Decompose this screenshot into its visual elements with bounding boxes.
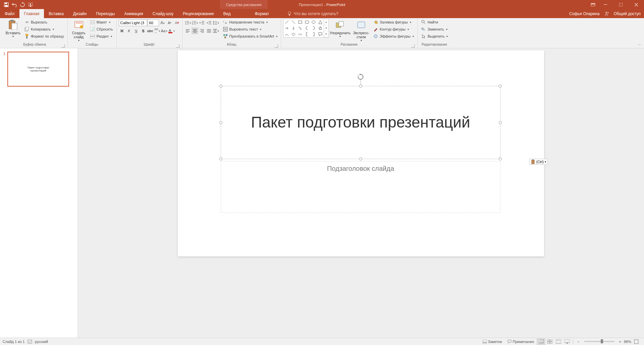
new-slide-button[interactable]: Создать слайд▾ <box>70 19 88 42</box>
shape-bracket-l-icon[interactable] <box>304 31 310 37</box>
tab-design[interactable]: Дизайн <box>68 9 91 18</box>
shape-callout-icon[interactable] <box>317 31 324 37</box>
tell-me-search[interactable]: Что вы хотите сделать? <box>287 9 338 18</box>
shape-curve2-icon[interactable] <box>290 31 297 37</box>
underline-icon[interactable]: Ч <box>133 28 140 34</box>
redo-icon[interactable] <box>19 1 26 8</box>
titlebar: Презентация1 - PowerPoint Средства рисов… <box>0 0 644 9</box>
shape-arrow-d-icon[interactable] <box>290 25 297 31</box>
svg-rect-13 <box>10 20 14 21</box>
shape-arrow-r-icon[interactable] <box>283 25 290 31</box>
clipboard-launcher[interactable] <box>61 44 65 48</box>
increase-indent-icon[interactable] <box>206 19 212 26</box>
replace-button[interactable]: abЗаменить▾ <box>420 26 449 33</box>
maximize-button[interactable] <box>613 0 629 9</box>
tab-transitions[interactable]: Переходы <box>91 9 119 18</box>
line-spacing-icon[interactable] <box>213 19 219 26</box>
svg-rect-14 <box>12 23 17 30</box>
tab-file[interactable]: Файл <box>0 9 19 18</box>
qat-customize-icon[interactable] <box>35 1 42 8</box>
shape-bracket-r-icon[interactable] <box>310 31 317 37</box>
font-color-icon[interactable]: A <box>168 28 175 34</box>
paragraph-launcher[interactable] <box>275 44 278 48</box>
section-button[interactable]: Раздел▾ <box>89 33 114 40</box>
shape-line2-icon[interactable] <box>290 19 297 25</box>
layout-button[interactable]: Макет▾ <box>89 19 114 26</box>
shape-curve-icon[interactable] <box>283 31 290 37</box>
save-icon[interactable] <box>3 1 10 8</box>
find-button[interactable]: Найти <box>420 19 449 26</box>
shape-outline-button[interactable]: Контур фигуры▾ <box>372 26 415 33</box>
shape-brace-l-icon[interactable] <box>304 25 310 31</box>
decrease-indent-icon[interactable] <box>199 19 205 26</box>
undo-icon[interactable] <box>11 1 18 8</box>
font-launcher[interactable] <box>176 44 179 48</box>
copy-button[interactable]: Копировать▾ <box>23 26 65 33</box>
close-button[interactable] <box>629 0 644 9</box>
svg-rect-50 <box>215 21 217 22</box>
shadow-icon[interactable]: S <box>140 28 147 34</box>
italic-icon[interactable]: К <box>126 28 132 34</box>
share-button[interactable]: Общий доступ <box>613 11 641 16</box>
increase-font-icon[interactable]: A▴ <box>159 19 166 26</box>
shape-oval-icon[interactable] <box>310 19 317 25</box>
gallery-down-icon[interactable]: ▼ <box>324 25 328 31</box>
decrease-font-icon[interactable]: A▾ <box>166 19 173 26</box>
ribbon-display-options-icon[interactable] <box>589 1 597 9</box>
justify-icon[interactable] <box>206 28 212 34</box>
shape-rect2-icon[interactable] <box>304 19 310 25</box>
align-right-icon[interactable] <box>199 28 205 34</box>
tab-slideshow[interactable]: Слайд-шоу <box>148 9 178 18</box>
minimize-button[interactable] <box>598 0 613 9</box>
tab-home[interactable]: Главная <box>19 9 44 18</box>
change-case-icon[interactable]: Aa <box>161 28 168 34</box>
font-name-input[interactable] <box>119 19 147 26</box>
align-left-icon[interactable] <box>184 28 191 34</box>
gallery-more-icon[interactable]: ▼ <box>324 31 328 37</box>
svg-line-79 <box>285 20 288 24</box>
drawing-launcher[interactable] <box>411 44 415 48</box>
user-name[interactable]: Софья Опарина <box>569 11 599 16</box>
svg-rect-31 <box>168 32 172 33</box>
cut-button[interactable]: ✂Вырезать <box>23 19 65 26</box>
clear-formatting-icon[interactable]: A <box>173 19 180 26</box>
svg-rect-10 <box>289 14 290 15</box>
select-button[interactable]: Выделить▾ <box>420 33 449 40</box>
shape-triangle-icon[interactable] <box>317 19 324 25</box>
align-center-icon[interactable] <box>192 28 198 34</box>
tab-animations[interactable]: Анимация <box>119 9 148 18</box>
shape-rect-icon[interactable] <box>297 19 304 25</box>
arrange-button[interactable]: Упорядочить▾ <box>329 19 352 38</box>
paste-button[interactable]: Вставить▾ <box>4 19 22 38</box>
align-text-button[interactable]: Выровнять текст▾ <box>221 26 279 33</box>
reset-button[interactable]: Сбросить <box>89 26 114 33</box>
shape-curve3-icon[interactable] <box>297 31 304 37</box>
collapse-ribbon-icon[interactable]: ︿ <box>638 42 641 47</box>
format-painter-button[interactable]: Формат по образцу <box>23 33 65 40</box>
shapes-gallery[interactable]: ▲ ▼ ▼ <box>283 19 329 38</box>
tab-review[interactable]: Рецензирование <box>178 9 219 18</box>
char-spacing-icon[interactable]: AV↔ <box>154 28 161 34</box>
quick-styles-button[interactable]: Экспресс-стили▾ <box>352 19 371 42</box>
shape-brace-r-icon[interactable] <box>310 25 317 31</box>
start-from-beginning-icon[interactable] <box>27 1 34 8</box>
bullets-icon[interactable] <box>184 19 191 26</box>
shape-star-icon[interactable] <box>317 25 324 31</box>
shape-fill-button[interactable]: Заливка фигуры▾ <box>372 19 415 26</box>
shape-effects-button[interactable]: Эффекты фигуры▾ <box>372 33 415 40</box>
numbering-icon[interactable]: 123 <box>192 19 198 26</box>
strikethrough-icon[interactable]: abc <box>147 28 154 34</box>
tab-insert[interactable]: Вставка <box>44 9 68 18</box>
shape-connector-icon[interactable] <box>297 25 304 31</box>
tab-view[interactable]: Вид <box>219 9 235 18</box>
tab-format[interactable]: Формат <box>250 9 274 18</box>
text-direction-button[interactable]: IAНаправление текста▾ <box>221 19 279 26</box>
bold-icon[interactable]: Ж <box>119 28 125 34</box>
gallery-up-icon[interactable]: ▲ <box>324 19 328 25</box>
convert-smartart-button[interactable]: Преобразовать в SmartArt▾ <box>221 33 279 40</box>
font-size-input[interactable] <box>148 19 159 26</box>
svg-point-11 <box>606 12 607 13</box>
columns-icon[interactable] <box>213 28 219 34</box>
shape-line-icon[interactable] <box>283 19 290 25</box>
svg-rect-20 <box>76 22 82 23</box>
